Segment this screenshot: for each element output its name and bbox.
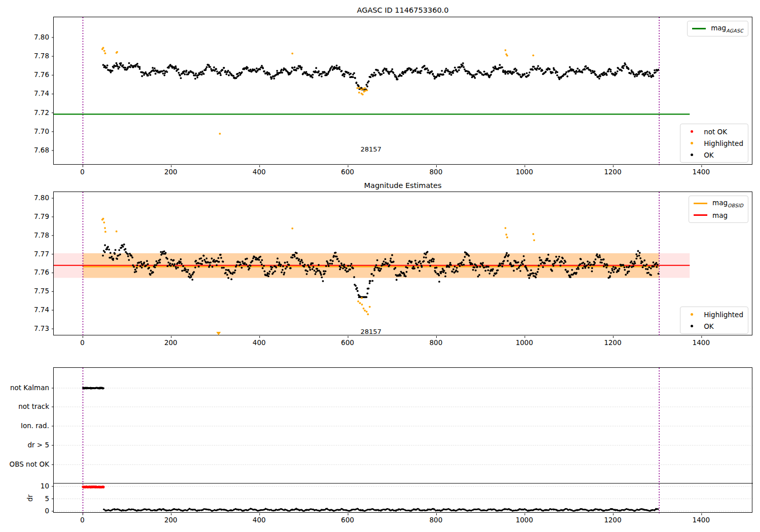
x-tick-label: 0 — [80, 338, 85, 347]
plot2-axes — [53, 192, 752, 335]
y-tick-label: 7.78 — [23, 52, 49, 60]
flag-row-label: dr > 5 — [3, 441, 49, 449]
figure: AGASC ID 1146753360.0 Magnitude Estimate… — [0, 0, 760, 532]
legend-label: not OK — [704, 128, 727, 136]
dr-tick-label: 10 — [23, 482, 49, 490]
x-tick-label: 1000 — [516, 168, 533, 176]
plot2-legend-maglines: magOBSID mag — [689, 196, 748, 223]
dr-tick-label: 5 — [23, 495, 49, 503]
dr-tick-label: 0 — [23, 507, 49, 515]
legend-label: magAGASC — [711, 24, 743, 33]
legend-entry-ok: OK — [685, 149, 743, 160]
plot2-obsid-annotation: 28157 — [361, 327, 382, 335]
legend-label: Highlighted — [704, 311, 743, 319]
scatter-highlighted — [101, 47, 534, 135]
plot1-axes — [53, 17, 752, 165]
scatter-ok — [102, 62, 659, 91]
plot1-legend-points: not OK Highlighted OK — [680, 124, 748, 163]
y-tick-label: 7.74 — [23, 306, 49, 314]
x-tick-label: 1000 — [516, 338, 533, 347]
flag-row-label: Ion. rad. — [3, 422, 49, 430]
plot1-title: AGASC ID 1146753360.0 — [53, 6, 752, 15]
clipped-point-triangle-icon — [216, 332, 221, 335]
x-tick-label: 400 — [253, 516, 266, 524]
y-tick-label: 7.80 — [23, 33, 49, 41]
x-tick-label: 200 — [164, 516, 177, 524]
y-tick-label: 7.77 — [23, 250, 49, 258]
highlighted-dot-icon — [685, 142, 699, 144]
x-tick-label: 600 — [341, 338, 354, 347]
mag-line-swatch — [694, 214, 707, 216]
plot3-axes — [53, 367, 752, 513]
x-tick-label: 1000 — [516, 516, 533, 524]
x-tick-label: 1200 — [604, 168, 621, 176]
dr-ok-points — [103, 508, 659, 512]
legend-entry-mag-agasc: magAGASC — [692, 23, 743, 34]
y-tick-label: 7.76 — [23, 70, 49, 79]
legend-label: magOBSID — [712, 199, 743, 208]
legend-entry-mag: mag — [694, 210, 743, 220]
y-tick-label: 7.74 — [23, 89, 49, 97]
mag-obsid-line-swatch — [694, 203, 707, 204]
flag-row-label: not Kalman — [3, 384, 49, 392]
plot2-legend-points: Highlighted OK — [680, 307, 748, 334]
legend-label: Highlighted — [704, 139, 743, 147]
plot1-legend-magline: magAGASC — [687, 21, 748, 36]
x-tick-label: 800 — [430, 516, 443, 524]
legend-entry-highlighted: Highlighted — [685, 138, 743, 148]
x-tick-label: 600 — [341, 516, 354, 524]
y-tick-label: 7.79 — [23, 212, 49, 220]
plot3-canvas — [54, 368, 752, 512]
plot2-title: Magnitude Estimates — [53, 181, 752, 190]
flag-row-label: OBS not OK — [3, 460, 49, 468]
ok-dot-icon — [685, 325, 699, 327]
not-kalman-points — [82, 387, 104, 389]
legend-entry-highlighted: Highlighted — [685, 309, 743, 320]
y-tick-label: 7.72 — [23, 108, 49, 117]
x-tick-label: 0 — [80, 516, 85, 524]
x-tick-label: 0 — [80, 168, 85, 176]
legend-label: mag — [712, 211, 728, 219]
x-tick-label: 1200 — [604, 516, 621, 524]
x-tick-label: 800 — [430, 338, 443, 347]
x-tick-label: 400 — [253, 338, 266, 347]
plot1-canvas — [54, 17, 752, 164]
x-tick-label: 400 — [253, 168, 266, 176]
mag-agasc-line-swatch — [692, 28, 706, 29]
legend-label: OK — [704, 151, 713, 159]
flag-row-label: not track — [3, 402, 49, 410]
plot1-obsid-annotation: 28157 — [361, 145, 382, 153]
legend-entry-ok: OK — [685, 321, 743, 331]
x-tick-label: 200 — [164, 338, 177, 347]
x-tick-label: 200 — [164, 168, 177, 176]
y-tick-label: 7.78 — [23, 231, 49, 239]
y-tick-label: 7.70 — [23, 127, 49, 135]
y-tick-label: 7.75 — [23, 287, 49, 295]
dr-not-ok-points — [82, 485, 104, 488]
x-tick-label: 600 — [341, 168, 354, 176]
highlighted-dot-icon — [685, 313, 699, 316]
x-tick-label: 1400 — [693, 516, 710, 524]
x-tick-label: 800 — [430, 168, 443, 176]
x-tick-label: 1400 — [693, 168, 710, 176]
legend-entry-not-ok: not OK — [685, 126, 743, 137]
y-tick-label: 7.80 — [23, 194, 49, 202]
x-tick-label: 1200 — [604, 338, 621, 347]
not-ok-dot-icon — [685, 130, 699, 133]
y-tick-label: 7.73 — [23, 324, 49, 332]
legend-entry-mag-obsid: magOBSID — [694, 198, 743, 209]
y-tick-label: 7.76 — [23, 268, 49, 276]
x-tick-label: 1400 — [693, 338, 710, 347]
y-tick-label: 7.68 — [23, 146, 49, 154]
legend-label: OK — [704, 322, 713, 330]
plot2-canvas — [54, 192, 752, 335]
ok-dot-icon — [685, 154, 699, 156]
